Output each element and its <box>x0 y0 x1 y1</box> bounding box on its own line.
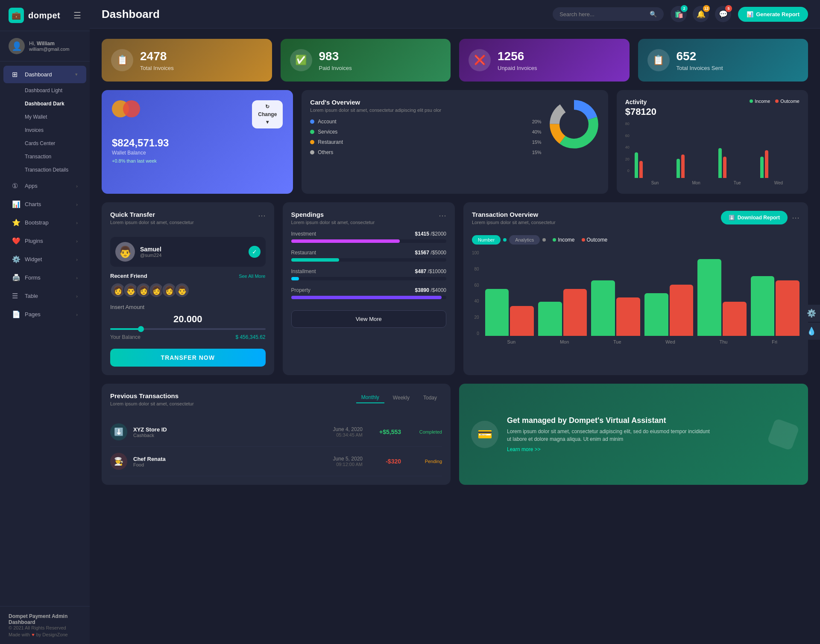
outcome-legend-item: Outcome <box>775 99 800 104</box>
balance-row: Your Balance $ 456,345.62 <box>110 334 266 340</box>
bottom-row: Quick Transfer Lorem ipsum dolor sit ame… <box>102 202 808 375</box>
txn-type-1: Cashback <box>133 433 167 438</box>
activity-info: Activity $78120 <box>625 99 656 117</box>
friend-avatar-6: 👨 <box>174 283 190 298</box>
stat-card-unpaid-invoices: ❌ 1256 Unpaid Invoices <box>459 39 630 82</box>
sidebar-item-bootstrap[interactable]: ⭐ Bootstrap › <box>3 214 86 231</box>
amount-slider[interactable] <box>110 328 266 330</box>
wallet-circles <box>112 100 140 117</box>
see-all-link[interactable]: See All More <box>239 274 265 279</box>
chat-icon-btn[interactable]: 💬 5 <box>715 6 731 22</box>
va-text: Lorem ipsum dolor sit amet, consectetur … <box>507 428 712 443</box>
sidebar-item-dashboard-dark[interactable]: Dashboard Dark <box>16 97 86 110</box>
total-sent-icon: 📋 <box>647 49 670 71</box>
heart-icon: ♥ <box>32 632 35 637</box>
sidebar-item-my-wallet[interactable]: My Wallet <box>16 111 86 123</box>
sidebar-item-transaction-details[interactable]: Transaction Details <box>16 163 86 176</box>
sidebar-item-pages[interactable]: 📄 Pages › <box>3 306 86 323</box>
prev-txn-title-area: Previous Transactions Lorem ipsum dolor … <box>110 392 194 412</box>
analytics-pill[interactable]: Analytics <box>509 235 540 245</box>
account-label: Account <box>318 119 528 125</box>
sidebar-item-dashboard[interactable]: ⊞ Dashboard ▾ <box>3 66 86 83</box>
txn-more-dots[interactable]: ⋯ <box>792 213 800 222</box>
transfer-now-button[interactable]: TRANSFER NOW <box>110 349 266 367</box>
wallet-label: Wallet Balance <box>112 150 283 156</box>
total-invoices-icon: 📋 <box>111 49 133 71</box>
pie-chart <box>548 99 600 150</box>
slider-fill <box>110 328 141 330</box>
forms-label: Forms <box>25 274 72 281</box>
restaurant-pct: 15% <box>532 140 542 145</box>
widget-icon: ⚙️ <box>12 255 20 263</box>
chevron-right-icon2: › <box>76 202 78 207</box>
restaurant-dot <box>310 140 314 144</box>
legend-account: Account 20% <box>310 119 541 125</box>
txn-tue-outcome <box>616 297 640 336</box>
footer-copyright: © 2021 All Rights Reserved <box>9 625 81 630</box>
sidebar-item-charts[interactable]: 📊 Charts › <box>3 195 86 213</box>
chat-badge: 5 <box>725 5 732 12</box>
sidebar-item-cards-center[interactable]: Cards Center <box>16 137 86 150</box>
paid-invoices-label: Paid Invoices <box>319 65 352 71</box>
sidebar-item-apps[interactable]: ① Apps › <box>3 177 86 195</box>
wed-income-bar <box>760 157 764 178</box>
sidebar-item-dashboard-light[interactable]: Dashboard Light <box>16 84 86 97</box>
services-dot <box>310 130 314 134</box>
spendings-subtitle: Lorem ipsum dolor sit amet, consectetur <box>291 220 375 225</box>
bag-icon-btn[interactable]: 🛍️ 2 <box>671 6 687 22</box>
unpaid-invoices-info: 1256 Unpaid Invoices <box>498 50 537 71</box>
bar-group-wed <box>760 150 800 178</box>
chevron-right-icon: › <box>76 184 78 189</box>
table-icon: ☰ <box>12 292 20 300</box>
tab-monthly[interactable]: Monthly <box>356 392 384 403</box>
sidebar-item-widget[interactable]: ⚙️ Widget › <box>3 251 86 268</box>
txn-bar-sun <box>485 289 534 336</box>
stat-card-total-invoices: 📋 2478 Total Invoices <box>102 39 272 82</box>
tab-weekly[interactable]: Weekly <box>388 393 415 403</box>
search-input[interactable] <box>559 11 646 17</box>
total-invoices-info: 2478 Total Invoices <box>140 50 174 71</box>
plugins-label: Plugins <box>25 238 72 244</box>
view-more-button[interactable]: View More <box>291 310 447 328</box>
sun-outcome-bar <box>639 161 643 178</box>
chevron-down-icon: ▾ <box>75 72 78 77</box>
balance-value: $ 456,345.62 <box>235 334 265 340</box>
sun-income-bar <box>635 152 638 178</box>
txn-tue-income <box>591 280 615 336</box>
topbar-icons: 🛍️ 2 🔔 12 💬 5 <box>671 6 731 22</box>
float-water-btn[interactable]: 💧 <box>803 323 820 340</box>
bell-badge: 12 <box>703 5 710 12</box>
total-invoices-value: 2478 <box>140 50 174 63</box>
txn-info-1: XYZ Store ID Cashback <box>133 426 167 438</box>
download-icon: ⬇️ <box>729 215 735 221</box>
txn-title: Transaction Overview <box>472 211 556 218</box>
sidebar-item-transaction[interactable]: Transaction <box>16 150 86 163</box>
sidebar-item-invoices[interactable]: Invoices <box>16 124 86 137</box>
download-label: Download Report <box>738 215 780 221</box>
bell-icon-btn[interactable]: 🔔 12 <box>693 6 709 22</box>
hamburger-icon[interactable]: ☰ <box>73 10 81 20</box>
sidebar-item-forms[interactable]: 🖨️ Forms › <box>3 269 86 286</box>
main-content: Dashboard 🔍 🛍️ 2 🔔 12 💬 5 📊 Generate Rep… <box>90 0 820 644</box>
spendings-more-dots[interactable]: ⋯ <box>439 211 446 220</box>
number-pill[interactable]: Number <box>472 235 501 245</box>
account-pct: 20% <box>532 119 542 124</box>
tab-today[interactable]: Today <box>418 393 442 403</box>
services-label: Services <box>318 129 528 135</box>
txn-name-2: Chef Renata <box>133 456 166 462</box>
property-label: Property <box>291 287 310 293</box>
txn-bar-fri <box>751 276 800 336</box>
more-dots-icon[interactable]: ⋯ <box>258 211 266 220</box>
sidebar-item-table[interactable]: ☰ Table › <box>3 287 86 305</box>
download-report-button[interactable]: ⬇️ Download Report <box>721 211 788 224</box>
dashboard-label: Dashboard <box>25 71 71 78</box>
txn-thu-outcome <box>723 302 747 336</box>
wallet-change-button[interactable]: ↻ Change ▾ <box>252 100 283 128</box>
toggle-pills: Number Analytics <box>472 235 546 245</box>
float-settings-btn[interactable]: ⚙️ <box>803 305 820 322</box>
va-learn-more-link[interactable]: Learn more >> <box>507 446 712 452</box>
chevron-right-icon4: › <box>76 239 78 244</box>
generate-report-button[interactable]: 📊 Generate Report <box>738 7 808 22</box>
others-label: Others <box>318 149 528 155</box>
sidebar-item-plugins[interactable]: ❤️ Plugins › <box>3 232 86 250</box>
